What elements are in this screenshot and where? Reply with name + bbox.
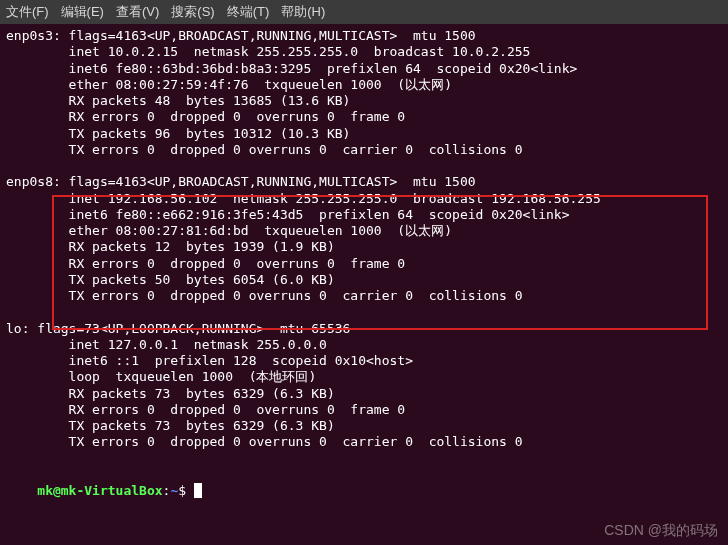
output-line: RX errors 0 dropped 0 overruns 0 frame 0 [6, 109, 722, 125]
output-line [6, 158, 722, 174]
output-line: inet6 fe80::e662:916:3fe5:43d5 prefixlen… [6, 207, 722, 223]
output-line: TX errors 0 dropped 0 overruns 0 carrier… [6, 142, 722, 158]
output-line: RX errors 0 dropped 0 overruns 0 frame 0 [6, 402, 722, 418]
output-line: RX packets 73 bytes 6329 (6.3 KB) [6, 386, 722, 402]
output-line: inet 192.168.56.102 netmask 255.255.255.… [6, 191, 722, 207]
output-line: inet 10.0.2.15 netmask 255.255.255.0 bro… [6, 44, 722, 60]
menu-file[interactable]: 文件(F) [6, 4, 49, 20]
output-line: inet6 ::1 prefixlen 128 scopeid 0x10<hos… [6, 353, 722, 369]
menu-terminal[interactable]: 终端(T) [227, 4, 270, 20]
menu-view[interactable]: 查看(V) [116, 4, 159, 20]
prompt-line[interactable]: mk@mk-VirtualBox:~$ [6, 467, 722, 516]
output-line: inet6 fe80::63bd:36bd:b8a3:3295 prefixle… [6, 61, 722, 77]
cursor [194, 483, 202, 498]
output-line: TX errors 0 dropped 0 overruns 0 carrier… [6, 288, 722, 304]
menu-help[interactable]: 帮助(H) [281, 4, 325, 20]
output-line: ether 08:00:27:59:4f:76 txqueuelen 1000 … [6, 77, 722, 93]
terminal-output-area[interactable]: enp0s3: flags=4163<UP,BROADCAST,RUNNING,… [0, 24, 728, 516]
output-line: RX packets 48 bytes 13685 (13.6 KB) [6, 93, 722, 109]
menu-search[interactable]: 搜索(S) [171, 4, 214, 20]
output-line: loop txqueuelen 1000 (本地环回) [6, 369, 722, 385]
menu-edit[interactable]: 编辑(E) [61, 4, 104, 20]
menubar: 文件(F) 编辑(E) 查看(V) 搜索(S) 终端(T) 帮助(H) [0, 0, 728, 24]
output-line: TX packets 73 bytes 6329 (6.3 KB) [6, 418, 722, 434]
output-line: ether 08:00:27:81:6d:bd txqueuelen 1000 … [6, 223, 722, 239]
output-line: RX packets 12 bytes 1939 (1.9 KB) [6, 239, 722, 255]
output-line: inet 127.0.0.1 netmask 255.0.0.0 [6, 337, 722, 353]
output-line: TX errors 0 dropped 0 overruns 0 carrier… [6, 434, 722, 450]
output-line: RX errors 0 dropped 0 overruns 0 frame 0 [6, 256, 722, 272]
prompt-dollar: $ [178, 483, 194, 498]
watermark: CSDN @我的码场 [604, 522, 718, 540]
output-line: enp0s3: flags=4163<UP,BROADCAST,RUNNING,… [6, 28, 722, 44]
output-line: lo: flags=73<UP,LOOPBACK,RUNNING> mtu 65… [6, 321, 722, 337]
prompt-user-host: mk@mk-VirtualBox [37, 483, 162, 498]
output-line [6, 304, 722, 320]
output-line: TX packets 96 bytes 10312 (10.3 KB) [6, 126, 722, 142]
output-line [6, 451, 722, 467]
output-line: enp0s8: flags=4163<UP,BROADCAST,RUNNING,… [6, 174, 722, 190]
output-line: TX packets 50 bytes 6054 (6.0 KB) [6, 272, 722, 288]
